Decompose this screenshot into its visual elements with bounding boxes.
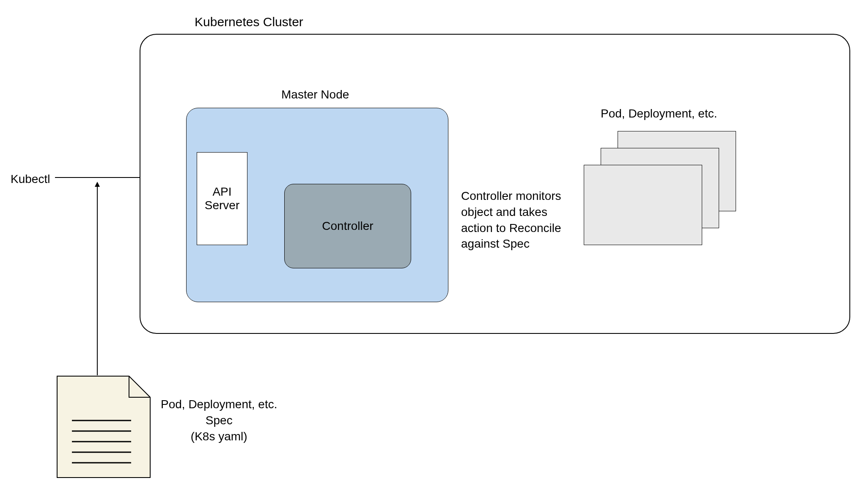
cluster-title: Kubernetes Cluster [195, 14, 303, 31]
document-icon [57, 376, 150, 478]
api-server-label: API Server [205, 185, 239, 212]
resources-title: Pod, Deployment, etc. [601, 106, 717, 122]
kubectl-label: Kubectl [11, 171, 50, 187]
master-node-label: Master Node [281, 87, 349, 103]
controller-box: Controller [284, 184, 411, 268]
controller-label: Controller [322, 219, 373, 233]
controller-description: Controller monitors object and takes act… [461, 188, 561, 252]
api-server-box: API Server [197, 152, 247, 245]
spec-label: Pod, Deployment, etc. Spec (K8s yaml) [161, 396, 277, 444]
resource-card-1 [584, 165, 702, 245]
